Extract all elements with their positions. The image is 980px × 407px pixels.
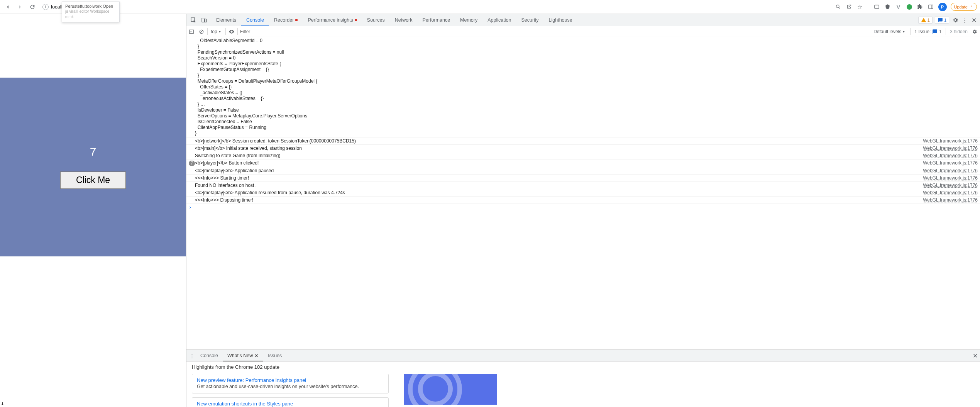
log-message: <b>[network]</b> Session created, token … xyxy=(195,138,920,144)
console-output: OldestAvailableSegmentId = 0 } PendingSy… xyxy=(186,37,980,349)
console-log-row[interactable]: <<<Info>>> Starting timer!WebGL.framewor… xyxy=(186,175,980,182)
svg-line-11 xyxy=(200,30,203,33)
issues-link[interactable]: 1 Issue: 1 xyxy=(914,29,942,34)
preview-badge-icon xyxy=(295,19,298,21)
console-filterbar: top Default levels 1 Issue: 1 3 hidden xyxy=(186,26,980,37)
console-log-row[interactable]: 7<b>[player]</b> Button clicked!WebGL.fr… xyxy=(186,159,980,167)
nav-reload-button[interactable] xyxy=(28,2,37,12)
devtools-tab-security[interactable]: Security xyxy=(516,14,543,26)
console-settings-icon[interactable] xyxy=(971,29,978,34)
log-levels-select[interactable]: Default levels xyxy=(872,29,906,34)
hidden-count[interactable]: 3 hidden xyxy=(950,29,968,34)
log-source-link[interactable]: WebGL.framework.js:1776 xyxy=(920,160,978,166)
device-toolbar-icon[interactable] xyxy=(200,15,209,25)
click-me-button[interactable]: Click Me xyxy=(60,171,126,189)
svg-point-0 xyxy=(836,5,840,8)
whats-new-card[interactable]: New preview feature: Performance insight… xyxy=(192,374,389,393)
log-source-link[interactable]: WebGL.framework.js:1776 xyxy=(920,168,978,173)
nav-back-button[interactable] xyxy=(3,2,12,12)
ext-icon-1[interactable] xyxy=(873,3,880,10)
console-log-row[interactable]: Switching to state Game (from Initializi… xyxy=(186,152,980,159)
console-log-row[interactable]: <<<Info>>> Disposing timer!WebGL.framewo… xyxy=(186,197,980,204)
whats-new-heading: Highlights from the Chrome 102 update xyxy=(186,362,980,372)
console-object-dump[interactable]: OldestAvailableSegmentId = 0 } PendingSy… xyxy=(186,37,980,137)
devtools-panel: ElementsConsoleRecorderPerformance insig… xyxy=(186,14,980,407)
whats-new-card-desc: Get actionable and use-case-driven insig… xyxy=(197,384,384,389)
log-repeat-badge: 7 xyxy=(189,161,195,166)
devtools-drawer: ⋮ ConsoleWhat's New✕Issues ✕ Highlights … xyxy=(186,349,980,407)
log-message: <<<Info>>> Starting timer! xyxy=(195,175,920,181)
devtools-settings-icon[interactable] xyxy=(951,16,959,24)
drawer-more-icon[interactable]: ⋮ xyxy=(188,353,196,359)
console-log-row[interactable]: <b>[main]</b> Initial state received, st… xyxy=(186,145,980,152)
devtools-tab-console[interactable]: Console xyxy=(241,14,269,26)
log-message: <<<Info>>> Disposing timer! xyxy=(195,197,920,203)
devtools-tab-sources[interactable]: Sources xyxy=(362,14,390,26)
svg-marker-9 xyxy=(191,31,192,32)
ext-icon-shield[interactable] xyxy=(884,3,891,10)
extensions-puzzle-icon[interactable] xyxy=(917,3,924,10)
devtools-tab-memory[interactable]: Memory xyxy=(455,14,482,26)
devtools-tab-elements[interactable]: Elements xyxy=(211,14,241,26)
log-message: Found NO interfaces on host . xyxy=(195,183,920,188)
devtools-tab-performance-insights[interactable]: Performance insights xyxy=(303,14,362,26)
share-icon[interactable] xyxy=(846,3,853,10)
console-sidebar-toggle-icon[interactable] xyxy=(186,27,196,37)
footer-char: ↓ xyxy=(1,400,4,406)
log-source-link[interactable]: WebGL.framework.js:1776 xyxy=(920,175,978,181)
live-expression-icon[interactable] xyxy=(227,29,237,35)
log-source-link[interactable]: WebGL.framework.js:1776 xyxy=(920,138,978,144)
console-log-row[interactable]: Found NO interfaces on host .WebGL.frame… xyxy=(186,182,980,189)
inspect-element-icon[interactable] xyxy=(189,15,198,25)
console-clear-icon[interactable] xyxy=(196,27,206,37)
devtools-tab-performance[interactable]: Performance xyxy=(418,14,455,26)
message-count[interactable]: 1 xyxy=(935,17,949,24)
update-button[interactable]: Update xyxy=(951,3,977,11)
log-source-link[interactable]: WebGL.framework.js:1776 xyxy=(920,146,978,151)
drawer-tab-close-icon[interactable]: ✕ xyxy=(254,353,259,359)
log-message: Switching to state Game (from Initializi… xyxy=(195,153,920,158)
zoom-icon[interactable] xyxy=(835,3,842,10)
page-viewport: 7 Click Me ↓ xyxy=(0,14,186,407)
log-message: <b>[player]</b> Button clicked! xyxy=(195,160,920,166)
log-message: <b>[metaplay]</b> Application resumed fr… xyxy=(195,190,920,195)
log-message: <b>[main]</b> Initial state received, st… xyxy=(195,146,920,151)
svg-rect-3 xyxy=(929,5,933,9)
devtools-tab-network[interactable]: Network xyxy=(390,14,418,26)
svg-rect-2 xyxy=(875,5,879,8)
ext-icon-v[interactable]: V xyxy=(895,3,902,10)
devtools-tab-recorder[interactable]: Recorder xyxy=(269,14,303,26)
preview-badge-icon xyxy=(355,19,357,21)
nav-forward-button[interactable] xyxy=(15,2,25,12)
devtools-more-icon[interactable]: ⋮ xyxy=(961,17,968,23)
site-info-icon[interactable]: i xyxy=(42,4,49,10)
drawer-tab-console[interactable]: Console xyxy=(196,350,223,361)
warning-count[interactable]: 1 xyxy=(918,17,933,24)
browser-right-icons: ☆ V P Update xyxy=(835,3,977,11)
whats-new-card-link[interactable]: New preview feature: Performance insight… xyxy=(197,377,306,383)
drawer-close-icon[interactable]: ✕ xyxy=(970,352,980,360)
bookmark-star-icon[interactable]: ☆ xyxy=(856,3,863,10)
ext-icon-green[interactable] xyxy=(906,3,913,10)
drawer-tab-issues[interactable]: Issues xyxy=(263,350,286,361)
console-filter-input[interactable] xyxy=(239,28,872,36)
console-prompt[interactable] xyxy=(186,204,980,211)
drawer-tab-what-s-new[interactable]: What's New✕ xyxy=(223,350,263,361)
console-log-row[interactable]: <b>[metaplay]</b> Application resumed fr… xyxy=(186,189,980,197)
log-source-link[interactable]: WebGL.framework.js:1776 xyxy=(920,153,978,158)
profile-avatar[interactable]: P xyxy=(938,3,947,11)
whats-new-card[interactable]: New emulation shortcuts in the Styles pa… xyxy=(192,397,389,407)
panel-toggle-icon[interactable] xyxy=(928,3,934,10)
devtools-tab-lighthouse[interactable]: Lighthouse xyxy=(544,14,577,26)
devtools-close-icon[interactable]: ✕ xyxy=(970,17,978,24)
log-source-link[interactable]: WebGL.framework.js:1776 xyxy=(920,183,978,188)
console-context-select[interactable]: top xyxy=(208,29,225,34)
devtools-tab-application[interactable]: Application xyxy=(482,14,516,26)
console-log-row[interactable]: <b>[metaplay]</b> Application pausedWebG… xyxy=(186,167,980,175)
log-source-link[interactable]: WebGL.framework.js:1776 xyxy=(920,197,978,203)
bookmark-tooltip: Perustettu:toolwork Open ja virallI edit… xyxy=(62,2,120,22)
svg-line-1 xyxy=(839,7,840,8)
whats-new-card-link[interactable]: New emulation shortcuts in the Styles pa… xyxy=(197,401,293,407)
console-log-row[interactable]: <b>[network]</b> Session created, token … xyxy=(186,137,980,145)
log-source-link[interactable]: WebGL.framework.js:1776 xyxy=(920,190,978,195)
